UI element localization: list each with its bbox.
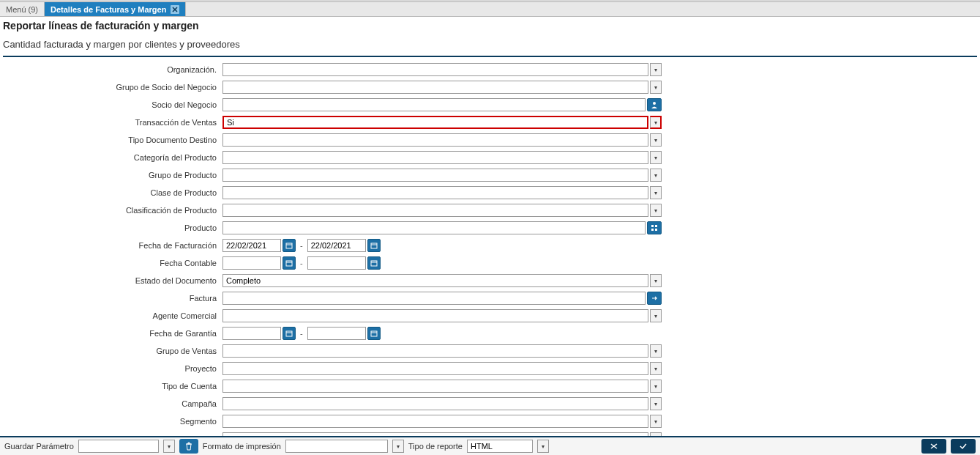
svg-rect-5 <box>286 243 292 248</box>
page-subtitle: Cantidad facturada y margen por clientes… <box>0 32 980 54</box>
cat-producto-input[interactable] <box>222 151 648 164</box>
close-icon[interactable] <box>171 5 179 14</box>
calendar-icon[interactable] <box>367 239 381 252</box>
chevron-down-icon[interactable]: ▾ <box>650 274 662 287</box>
producto-input[interactable] <box>222 221 646 234</box>
partner-icon[interactable] <box>647 98 662 111</box>
segmento-input[interactable] <box>222 415 648 428</box>
chevron-down-icon[interactable]: ▾ <box>650 397 662 410</box>
chevron-down-icon[interactable]: ▾ <box>650 116 662 129</box>
chevron-down-icon[interactable]: ▾ <box>650 344 662 358</box>
grupo-producto-input[interactable] <box>222 169 648 182</box>
grupo-socio-input[interactable] <box>222 81 648 94</box>
label-fecha-cont: Fecha Contable <box>3 259 222 267</box>
guardar-param-input[interactable] <box>78 440 159 453</box>
grupo-ventas-input[interactable] <box>222 344 648 358</box>
label-guardar-param: Guardar Parámetro <box>4 442 74 451</box>
tipo-doc-input[interactable] <box>222 133 648 147</box>
label-grupo-ventas: Grupo de Ventas <box>3 347 222 355</box>
label-grupo-producto: Grupo de Producto <box>3 171 222 180</box>
label-trans-ventas: Transacción de Ventas <box>3 118 222 127</box>
fecha-fact-from-input[interactable] <box>222 239 281 252</box>
svg-rect-9 <box>286 261 292 266</box>
chevron-down-icon[interactable]: ▾ <box>650 309 662 322</box>
label-grupo-socio: Grupo de Socio del Negocio <box>3 83 222 92</box>
svg-rect-15 <box>371 331 377 336</box>
grid-icon[interactable] <box>647 221 662 234</box>
label-proyecto: Proyecto <box>3 364 222 373</box>
separator: - <box>297 259 306 267</box>
svg-rect-11 <box>371 261 377 266</box>
chevron-down-icon[interactable]: ▾ <box>650 133 662 147</box>
chevron-down-icon[interactable]: ▾ <box>163 440 175 453</box>
chevron-down-icon[interactable]: ▾ <box>650 81 662 94</box>
calendar-icon[interactable] <box>367 327 381 340</box>
fecha-garantia-from-input[interactable] <box>222 327 281 340</box>
separator: - <box>297 329 306 338</box>
calendar-icon[interactable] <box>367 256 381 270</box>
clase-producto-input[interactable] <box>222 186 648 199</box>
label-socio: Socio del Negocio <box>3 100 222 109</box>
page-title: Reportar líneas de facturación y margen <box>0 17 980 32</box>
ok-button[interactable] <box>951 439 976 454</box>
clasif-producto-input[interactable] <box>222 204 648 217</box>
label-cat-producto: Categoría del Producto <box>3 153 222 162</box>
label-estado-doc: Estado del Documento <box>3 276 222 285</box>
chevron-down-icon[interactable]: ▾ <box>650 151 662 164</box>
chevron-down-icon[interactable]: ▾ <box>537 440 549 453</box>
chevron-down-icon[interactable]: ▾ <box>650 186 662 199</box>
chevron-down-icon[interactable]: ▾ <box>650 415 662 428</box>
proyecto-input[interactable] <box>222 362 648 375</box>
cancel-button[interactable] <box>921 439 946 454</box>
trash-icon[interactable] <box>179 439 198 454</box>
separator: - <box>297 241 306 250</box>
factura-input[interactable] <box>222 292 646 305</box>
estado-doc-input[interactable] <box>222 274 648 287</box>
label-formato: Formato de impresión <box>203 442 281 451</box>
calendar-icon[interactable] <box>283 256 296 270</box>
trans-ventas-input[interactable] <box>222 116 648 129</box>
svg-rect-4 <box>655 229 657 231</box>
label-agente: Agente Comercial <box>3 311 222 320</box>
label-segmento: Segmento <box>3 417 222 426</box>
arrow-icon[interactable] <box>647 292 662 305</box>
calendar-icon[interactable] <box>283 327 296 340</box>
label-clase-producto: Clase de Producto <box>3 188 222 197</box>
tab-detalles[interactable]: Detalles de Facturas y Margen <box>45 2 186 16</box>
chevron-down-icon[interactable]: ▾ <box>650 63 662 76</box>
label-organizacion: Organización. <box>3 65 222 74</box>
chevron-down-icon[interactable]: ▾ <box>650 169 662 182</box>
svg-rect-13 <box>286 331 292 336</box>
svg-rect-1 <box>651 225 654 227</box>
label-fecha-garantia: Fecha de Garantía <box>3 329 222 338</box>
chevron-down-icon[interactable]: ▾ <box>650 204 662 217</box>
svg-rect-3 <box>651 229 654 231</box>
fecha-cont-to-input[interactable] <box>307 256 366 270</box>
svg-rect-7 <box>371 243 377 248</box>
tipo-reporte-input[interactable] <box>467 440 533 453</box>
svg-point-0 <box>653 102 656 105</box>
label-tipo-reporte: Tipo de reporte <box>408 442 463 451</box>
label-factura: Factura <box>3 294 222 303</box>
chevron-down-icon[interactable]: ▾ <box>650 380 662 393</box>
fecha-cont-from-input[interactable] <box>222 256 281 270</box>
tipo-cuenta-input[interactable] <box>222 380 648 393</box>
label-clasif-producto: Clasificación de Producto <box>3 206 222 215</box>
organizacion-input[interactable] <box>222 63 648 76</box>
calendar-icon[interactable] <box>283 239 296 252</box>
chevron-down-icon[interactable]: ▾ <box>650 362 662 375</box>
label-tipo-doc: Tipo Documento Destino <box>3 136 222 144</box>
form-area: Organización. ▾ Grupo de Socio del Negoc… <box>0 63 980 437</box>
fecha-fact-to-input[interactable] <box>307 239 366 252</box>
fecha-garantia-to-input[interactable] <box>307 327 366 340</box>
agente-input[interactable] <box>222 309 648 322</box>
socio-input[interactable] <box>222 98 646 111</box>
tab-menu[interactable]: Menú (9) <box>0 2 45 16</box>
label-tipo-cuenta: Tipo de Cuenta <box>3 382 222 391</box>
label-producto: Producto <box>3 223 222 232</box>
divider <box>3 56 977 57</box>
formato-input[interactable] <box>285 440 388 453</box>
tab-menu-label: Menú (9) <box>6 5 38 14</box>
chevron-down-icon[interactable]: ▾ <box>392 440 404 453</box>
campana-input[interactable] <box>222 397 648 410</box>
